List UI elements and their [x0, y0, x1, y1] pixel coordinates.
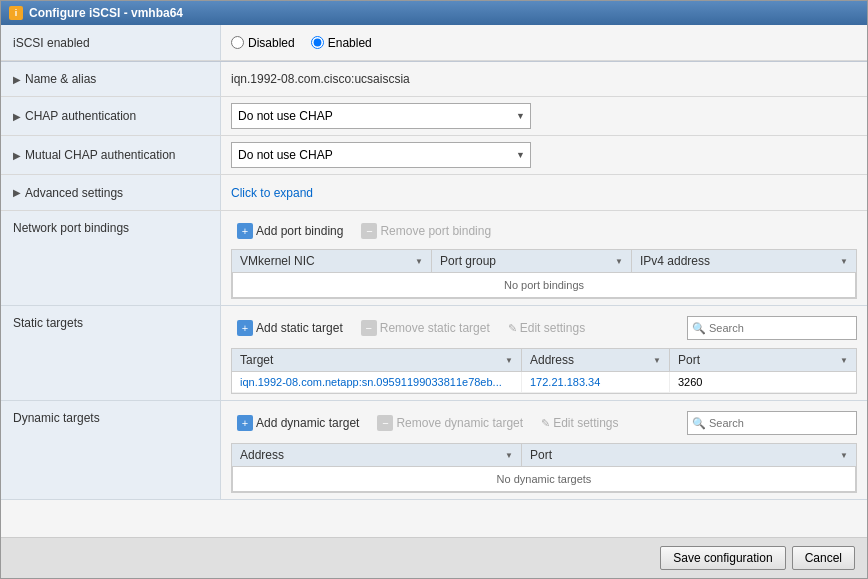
chap-auth-select-wrapper: Do not use CHAP Use CHAP Prohibit CHAP [231, 103, 531, 129]
disabled-radio-label[interactable]: Disabled [231, 36, 295, 50]
mutual-chap-auth-select[interactable]: Do not use CHAP Use CHAP Prohibit CHAP [231, 142, 531, 168]
remove-port-binding-icon: − [361, 223, 377, 239]
mutual-chap-auth-select-wrapper: Do not use CHAP Use CHAP Prohibit CHAP [231, 142, 531, 168]
chap-auth-expand-arrow[interactable]: ▶ [13, 111, 21, 122]
static-targets-grid: Target ▼ Address ▼ Port ▼ iqn.1 [231, 348, 857, 394]
cancel-button[interactable]: Cancel [792, 546, 855, 570]
static-targets-grid-header: Target ▼ Address ▼ Port ▼ [232, 349, 856, 372]
no-port-bindings-message: No port bindings [232, 273, 856, 298]
ipv4-address-sort-icon: ▼ [840, 257, 848, 266]
network-port-bindings-content: + Add port binding − Remove port binding… [221, 211, 867, 305]
add-static-target-label: Add static target [256, 321, 343, 335]
no-dynamic-targets-message: No dynamic targets [232, 467, 856, 492]
advanced-settings-expand-arrow[interactable]: ▶ [13, 187, 21, 198]
iscsi-enabled-radio-group: Disabled Enabled [231, 36, 372, 50]
enabled-radio[interactable] [311, 36, 324, 49]
dynamic-targets-toolbar: + Add dynamic target − Remove dynamic ta… [231, 407, 857, 439]
add-static-target-button[interactable]: + Add static target [231, 318, 349, 338]
title-bar: i Configure iSCSI - vmhba64 [1, 1, 867, 25]
ipv4-address-header[interactable]: IPv4 address ▼ [632, 250, 856, 272]
name-alias-value: iqn.1992-08.com.cisco:ucsaiscsia [221, 66, 867, 92]
port-group-sort-icon: ▼ [615, 257, 623, 266]
vmkernel-nic-sort-icon: ▼ [415, 257, 423, 266]
add-dynamic-target-label: Add dynamic target [256, 416, 359, 430]
address-sort-icon: ▼ [653, 356, 661, 365]
network-port-bindings-section: Network port bindings + Add port binding… [1, 211, 867, 306]
dynamic-address-sort-icon: ▼ [505, 451, 513, 460]
static-targets-content: + Add static target − Remove static targ… [221, 306, 867, 400]
static-target-target-cell-0: iqn.1992-08.com.netapp:sn.09591199033811… [232, 372, 522, 392]
save-configuration-button[interactable]: Save configuration [660, 546, 785, 570]
advanced-settings-expand-link[interactable]: Click to expand [231, 186, 313, 200]
dialog-title: Configure iSCSI - vmhba64 [29, 6, 183, 20]
edit-static-settings-button[interactable]: ✎ Edit settings [502, 319, 591, 337]
chap-auth-row: ▶ CHAP authentication Do not use CHAP Us… [1, 97, 867, 136]
iqn-text: iqn.1992-08.com.cisco:ucsaiscsia [231, 72, 410, 86]
static-targets-toolbar: + Add static target − Remove static targ… [231, 312, 857, 344]
remove-dynamic-target-label: Remove dynamic target [396, 416, 523, 430]
edit-dynamic-icon: ✎ [541, 417, 550, 430]
port-group-header[interactable]: Port group ▼ [432, 250, 632, 272]
iscsi-enabled-value: Disabled Enabled [221, 30, 867, 56]
chap-auth-select[interactable]: Do not use CHAP Use CHAP Prohibit CHAP [231, 103, 531, 129]
add-port-binding-button[interactable]: + Add port binding [231, 221, 349, 241]
remove-port-binding-label: Remove port binding [380, 224, 491, 238]
static-targets-search-input[interactable] [709, 322, 852, 334]
remove-dynamic-target-button[interactable]: − Remove dynamic target [371, 413, 529, 433]
add-port-binding-icon: + [237, 223, 253, 239]
address-header[interactable]: Address ▼ [522, 349, 670, 371]
mutual-chap-auth-row: ▶ Mutual CHAP authentication Do not use … [1, 136, 867, 175]
advanced-settings-label: ▶ Advanced settings [1, 175, 221, 210]
enabled-label: Enabled [328, 36, 372, 50]
dynamic-targets-label: Dynamic targets [1, 401, 221, 499]
configure-iscsi-dialog: i Configure iSCSI - vmhba64 iSCSI enable… [0, 0, 868, 579]
remove-static-target-button[interactable]: − Remove static target [355, 318, 496, 338]
add-dynamic-target-icon: + [237, 415, 253, 431]
dynamic-targets-search-input[interactable] [709, 417, 852, 429]
remove-dynamic-target-icon: − [377, 415, 393, 431]
edit-static-label: Edit settings [520, 321, 585, 335]
static-targets-section: Static targets + Add static target − Rem… [1, 306, 867, 401]
remove-port-binding-button[interactable]: − Remove port binding [355, 221, 497, 241]
name-alias-row: ▶ Name & alias iqn.1992-08.com.cisco:ucs… [1, 61, 867, 97]
vmkernel-nic-header[interactable]: VMkernel NIC ▼ [232, 250, 432, 272]
edit-dynamic-settings-button[interactable]: ✎ Edit settings [535, 414, 624, 432]
name-alias-label: ▶ Name & alias [1, 62, 221, 96]
dynamic-port-sort-icon: ▼ [840, 451, 848, 460]
remove-static-target-icon: − [361, 320, 377, 336]
network-port-bindings-label: Network port bindings [1, 211, 221, 305]
iscsi-enabled-label: iSCSI enabled [1, 25, 221, 60]
dynamic-address-header[interactable]: Address ▼ [232, 444, 522, 466]
network-port-bindings-grid: VMkernel NIC ▼ Port group ▼ IPv4 address… [231, 249, 857, 299]
dialog-content: iSCSI enabled Disabled Enabled ▶ Na [1, 25, 867, 537]
dynamic-targets-search-box: 🔍 [687, 411, 857, 435]
target-header[interactable]: Target ▼ [232, 349, 522, 371]
chap-auth-value: Do not use CHAP Use CHAP Prohibit CHAP [221, 97, 867, 135]
add-static-target-icon: + [237, 320, 253, 336]
add-dynamic-target-button[interactable]: + Add dynamic target [231, 413, 365, 433]
dynamic-targets-grid-header: Address ▼ Port ▼ [232, 444, 856, 467]
mutual-chap-auth-value: Do not use CHAP Use CHAP Prohibit CHAP [221, 136, 867, 174]
disabled-radio[interactable] [231, 36, 244, 49]
dynamic-targets-section: Dynamic targets + Add dynamic target − R… [1, 401, 867, 500]
dialog-icon: i [9, 6, 23, 20]
static-target-address-cell-0: 172.21.183.34 [522, 372, 670, 392]
disabled-label: Disabled [248, 36, 295, 50]
network-port-bindings-toolbar: + Add port binding − Remove port binding [231, 217, 857, 245]
mutual-chap-expand-arrow[interactable]: ▶ [13, 150, 21, 161]
mutual-chap-auth-label: ▶ Mutual CHAP authentication [1, 136, 221, 174]
dynamic-targets-content: + Add dynamic target − Remove dynamic ta… [221, 401, 867, 499]
iscsi-enabled-row: iSCSI enabled Disabled Enabled [1, 25, 867, 61]
port-header[interactable]: Port ▼ [670, 349, 856, 371]
static-targets-search-icon: 🔍 [692, 322, 706, 335]
port-sort-icon: ▼ [840, 356, 848, 365]
add-port-binding-label: Add port binding [256, 224, 343, 238]
dynamic-port-header[interactable]: Port ▼ [522, 444, 856, 466]
chap-auth-label: ▶ CHAP authentication [1, 97, 221, 135]
target-sort-icon: ▼ [505, 356, 513, 365]
name-alias-expand-arrow[interactable]: ▶ [13, 74, 21, 85]
remove-static-target-label: Remove static target [380, 321, 490, 335]
advanced-settings-value: Click to expand [221, 180, 867, 206]
static-target-row-0[interactable]: iqn.1992-08.com.netapp:sn.09591199033811… [232, 372, 856, 393]
enabled-radio-label[interactable]: Enabled [311, 36, 372, 50]
